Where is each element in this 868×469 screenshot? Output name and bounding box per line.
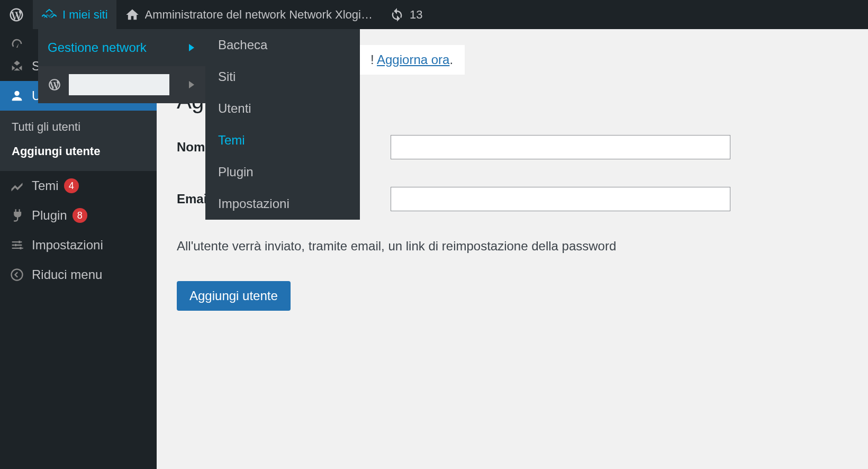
collapse-icon: [10, 267, 25, 282]
admin-site-name-label: Amministratore del network Network Xlogi…: [145, 8, 373, 22]
flyout2-item-settings[interactable]: Impostazioni: [205, 188, 360, 220]
username-input[interactable]: [391, 135, 730, 159]
admin-site-name[interactable]: Amministratore del network Network Xlogi…: [116, 0, 381, 29]
flyout2-item-users[interactable]: Utenti: [205, 93, 360, 124]
admin-updates[interactable]: 13: [381, 0, 431, 29]
flyout-site-name-redacted: [69, 74, 169, 95]
email-input[interactable]: [391, 187, 730, 211]
flyout2-item-plugins[interactable]: Plugin: [205, 156, 360, 188]
add-user-button[interactable]: Aggiungi utente: [177, 281, 291, 311]
flyout2-item-themes[interactable]: Temi: [205, 124, 360, 156]
flyout-site-item[interactable]: [38, 66, 205, 103]
admin-toolbar: I miei siti Amministratore del network N…: [0, 0, 868, 29]
flyout-network-admin-label: Gestione network: [48, 40, 147, 55]
sidebar-item-plugins[interactable]: Plugin 8: [0, 201, 157, 230]
update-notice: ! Aggiorna ora.: [359, 45, 465, 75]
svg-point-3: [12, 269, 23, 281]
home-icon: [125, 7, 140, 22]
sidebar-sub-all-users[interactable]: Tutti gli utenti: [0, 115, 157, 139]
flyout-network-admin[interactable]: Gestione network: [38, 29, 205, 66]
sidebar-item-settings-label: Impostazioni: [32, 238, 103, 252]
network-admin-flyout: Bacheca Siti Utenti Temi Plugin Impostaz…: [205, 29, 360, 220]
users-icon: [10, 88, 25, 103]
themes-update-badge: 4: [64, 178, 79, 193]
update-notice-text: !: [370, 52, 377, 67]
plugins-icon: [10, 208, 25, 223]
admin-updates-count: 13: [410, 8, 422, 22]
plugins-update-badge: 8: [73, 208, 87, 223]
sidebar-collapse-label: Riduci menu: [32, 267, 102, 282]
flyout2-item-sites[interactable]: Siti: [205, 61, 360, 93]
password-hint: All'utente verrà inviato, tramite email,…: [177, 239, 848, 254]
wp-logo-icon: [48, 78, 61, 92]
sidebar-users-submenu: Tutti gli utenti Aggiungi utente: [0, 111, 157, 171]
dashboard-icon: [10, 37, 25, 51]
sites-icon: [10, 59, 25, 74]
multisite-icon: [41, 7, 57, 23]
sidebar-item-plugins-label: Plugin: [32, 208, 67, 223]
sidebar-item-settings[interactable]: Impostazioni: [0, 230, 157, 260]
themes-icon: [10, 178, 25, 193]
update-now-link[interactable]: Aggiorna ora: [377, 52, 449, 67]
wp-logo[interactable]: [0, 0, 33, 29]
admin-my-sites-label: I miei siti: [62, 8, 108, 22]
admin-my-sites[interactable]: I miei siti: [33, 0, 116, 29]
flyout2-item-dashboard[interactable]: Bacheca: [205, 29, 360, 61]
sidebar-item-themes-label: Temi: [32, 178, 59, 193]
my-sites-flyout: Gestione network: [38, 29, 205, 103]
settings-icon: [10, 238, 25, 252]
sidebar-item-themes[interactable]: Temi 4: [0, 171, 157, 201]
sidebar-collapse[interactable]: Riduci menu: [0, 260, 157, 290]
sidebar-sub-add-user[interactable]: Aggiungi utente: [0, 139, 157, 164]
svg-point-2: [20, 247, 22, 250]
chevron-right-icon: [188, 44, 195, 51]
svg-point-0: [18, 241, 21, 243]
chevron-right-icon: [188, 81, 195, 88]
svg-point-1: [14, 244, 17, 247]
update-icon: [390, 7, 404, 22]
